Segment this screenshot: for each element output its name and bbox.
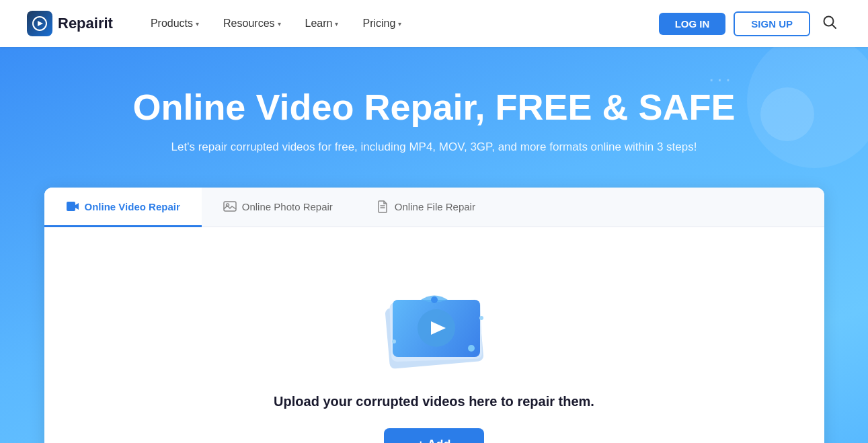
nav-items: Products ▾ Resources ▾ Learn ▾ Pricing ▾ xyxy=(140,12,659,35)
tabs-bar: Online Video Repair Online Photo Repair xyxy=(44,188,824,227)
nav-pricing[interactable]: Pricing ▾ xyxy=(352,12,412,35)
nav-resources[interactable]: Resources ▾ xyxy=(212,12,291,35)
svg-point-13 xyxy=(431,296,438,303)
nav-learn[interactable]: Learn ▾ xyxy=(294,12,350,35)
upload-text: Upload your corrupted videos here to rep… xyxy=(274,394,594,409)
chevron-down-icon: ▾ xyxy=(196,20,199,28)
chevron-down-icon: ▾ xyxy=(335,20,338,28)
signup-button[interactable]: SIGN UP xyxy=(734,11,810,36)
logo-text: Repairit xyxy=(58,15,113,32)
repair-card: Online Video Repair Online Photo Repair xyxy=(44,188,824,443)
logo[interactable]: Repairit xyxy=(27,11,113,36)
photo-tab-icon xyxy=(223,200,237,213)
svg-point-15 xyxy=(479,316,483,320)
tab-online-file-repair[interactable]: Online File Repair xyxy=(354,188,497,227)
svg-rect-3 xyxy=(67,202,75,211)
navbar: Repairit Products ▾ Resources ▾ Learn ▾ … xyxy=(0,0,868,47)
svg-point-16 xyxy=(392,339,396,344)
nav-products[interactable]: Products ▾ xyxy=(140,12,210,35)
video-tab-icon xyxy=(66,200,79,213)
svg-line-2 xyxy=(832,24,836,28)
video-illustration xyxy=(367,268,502,375)
deco-circle-1 xyxy=(760,87,814,141)
chevron-down-icon: ▾ xyxy=(278,20,281,28)
svg-point-14 xyxy=(468,345,475,352)
search-button[interactable] xyxy=(818,11,841,37)
logo-icon xyxy=(27,11,52,36)
tab-online-video-repair[interactable]: Online Video Repair xyxy=(44,188,202,227)
svg-rect-4 xyxy=(224,202,236,211)
add-button[interactable]: + Add xyxy=(384,428,485,443)
hero-section: ··· Online Video Repair, FREE & SAFE Let… xyxy=(0,47,868,443)
hero-subtitle: Let's repair corrupted videos for free, … xyxy=(165,140,703,154)
login-button[interactable]: LOG IN xyxy=(659,13,726,35)
tab-online-photo-repair[interactable]: Online Photo Repair xyxy=(202,188,354,227)
card-body: Upload your corrupted videos here to rep… xyxy=(44,227,824,443)
nav-right: LOG IN SIGN UP xyxy=(659,11,841,37)
deco-dots: ··· xyxy=(709,67,734,90)
file-tab-icon xyxy=(376,200,389,213)
hero-title: Online Video Repair, FREE & SAFE xyxy=(27,87,841,127)
search-icon xyxy=(822,15,837,30)
chevron-down-icon: ▾ xyxy=(398,20,401,28)
